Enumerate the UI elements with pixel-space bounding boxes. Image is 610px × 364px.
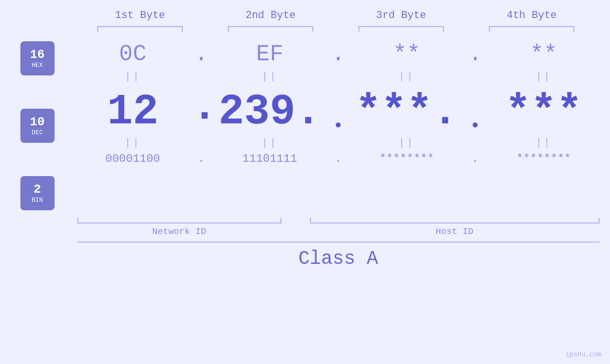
hex-row: 0C . EF . ** . ** <box>77 41 600 67</box>
dec-b3-value: ***. <box>356 91 458 133</box>
eq1-b3: || <box>355 71 459 83</box>
bin-b1-cell: 00001100 <box>81 152 185 165</box>
bin-row: 00001100 . 11101111 . ******** . <box>77 152 600 165</box>
hex-b1-value: 0C <box>119 41 147 67</box>
bracket-byte2 <box>228 26 313 32</box>
bracket-byte3 <box>358 26 444 32</box>
bin-badge-number: 2 <box>34 183 41 196</box>
dec-b1-value: 12 <box>107 91 159 133</box>
network-bracket <box>77 218 282 224</box>
bin-b3-value: ******** <box>379 152 434 165</box>
dec-b4-value: *** <box>505 91 582 133</box>
bin-b1-value: 00001100 <box>105 152 160 165</box>
bin-dot2: . <box>328 152 347 165</box>
eq1-b4: || <box>491 71 596 83</box>
class-section: Class A <box>11 242 600 270</box>
hex-b3-value: ** <box>393 41 421 67</box>
dec-b2-cell: 239. <box>217 91 322 133</box>
hex-b2-value: EF <box>256 41 283 67</box>
byte4-header: 4th Byte <box>479 9 584 21</box>
bottom-brackets-row: Network ID Host ID <box>77 218 600 237</box>
equals-row-2: || || || || <box>77 133 600 152</box>
byte1-header: 1st Byte <box>88 9 192 21</box>
hex-b1-cell: 0C <box>81 41 185 67</box>
dec-badge-number: 10 <box>30 115 45 129</box>
equals-row-1: || || || || <box>77 67 600 86</box>
hex-dot1: . <box>192 41 211 67</box>
byte2-header: 2nd Byte <box>218 9 323 21</box>
top-brackets <box>75 26 597 32</box>
eq2-b3: || <box>355 137 459 149</box>
hex-badge-label: HEX <box>32 62 43 69</box>
dec-b4-cell: *** <box>491 91 596 133</box>
bin-b4-cell: ******** <box>491 152 596 165</box>
host-id-label: Host ID <box>436 226 474 237</box>
watermark: ipshu.com <box>565 351 601 358</box>
hex-b4-cell: ** <box>491 41 596 67</box>
hex-badge-number: 16 <box>30 48 45 62</box>
class-divider <box>77 242 600 243</box>
eq1-b1: || <box>81 71 185 83</box>
bin-b4-value: ******** <box>516 152 571 165</box>
bin-b2-cell: 11101111 <box>217 152 322 165</box>
hex-b3-cell: ** <box>355 41 459 67</box>
dec-row: 12 . 239. ● ***. ● *** <box>77 86 600 133</box>
dec-dot3: ● <box>466 119 485 133</box>
bin-badge-label: BIN <box>32 196 43 204</box>
dec-b1-cell: 12 <box>81 91 185 133</box>
eq2-b4: || <box>491 137 596 149</box>
badges-column: 16 HEX 10 DEC 2 BIN <box>20 41 77 215</box>
network-id-label: Network ID <box>152 226 206 237</box>
bin-b2-value: 11101111 <box>243 152 297 165</box>
bracket-byte4 <box>489 26 574 32</box>
dec-dot1: . <box>192 86 211 133</box>
bin-dot3: . <box>466 152 485 165</box>
host-id-section: Host ID <box>310 218 600 237</box>
host-bracket <box>310 218 600 224</box>
eq1-b2: || <box>217 71 322 83</box>
bin-dot1: . <box>192 152 211 165</box>
dec-dot2: ● <box>328 119 347 133</box>
hex-b2-cell: EF <box>217 41 322 67</box>
dec-badge: 10 DEC <box>20 109 55 143</box>
byte-headers: 1st Byte 2nd Byte 3rd Byte 4th Byte <box>75 9 597 21</box>
bin-b3-cell: ******** <box>355 152 459 165</box>
hex-dot3: . <box>466 41 485 67</box>
eq2-b2: || <box>217 137 322 149</box>
hex-dot2: . <box>328 41 347 67</box>
class-label: Class A <box>77 248 600 270</box>
network-id-section: Network ID <box>77 218 282 237</box>
eq2-b1: || <box>81 137 185 149</box>
byte3-header: 3rd Byte <box>349 9 453 21</box>
hex-b4-value: ** <box>530 41 558 67</box>
hex-badge: 16 HEX <box>20 41 55 75</box>
dec-b2-value: 239. <box>218 91 321 133</box>
bracket-byte1 <box>97 26 183 32</box>
dec-badge-label: DEC <box>32 129 43 136</box>
bin-badge: 2 BIN <box>20 176 55 210</box>
dec-b3-cell: ***. <box>355 91 459 133</box>
main-container: 1st Byte 2nd Byte 3rd Byte 4th Byte 16 H… <box>0 0 610 364</box>
